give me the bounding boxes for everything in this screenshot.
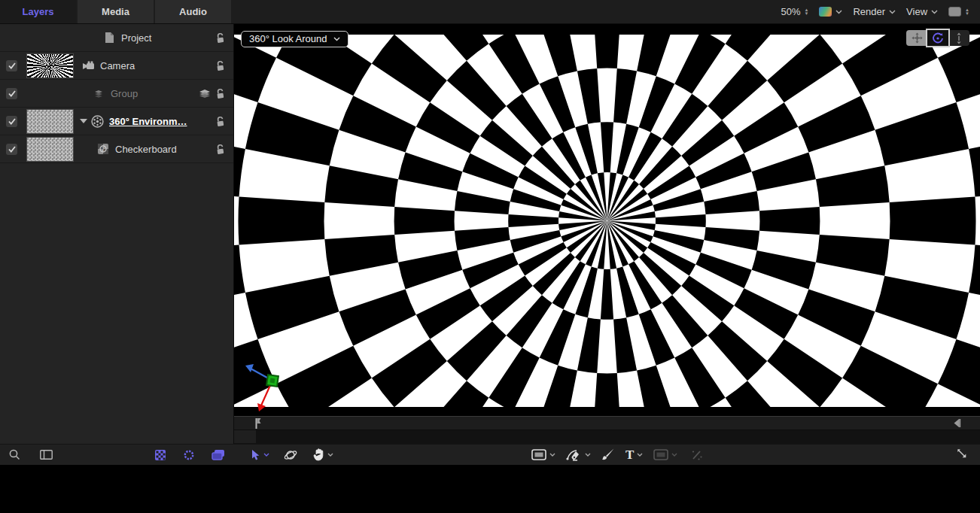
show-filters-gear-icon[interactable] [183, 449, 195, 461]
zoom-stepper-icon[interactable]: ▲▼ [805, 8, 809, 16]
display-mode-control[interactable]: ▲▼ [948, 7, 969, 17]
environment-thumbnail[interactable] [26, 109, 74, 134]
canvas-toolbar: T [234, 444, 980, 465]
playhead-marker[interactable] [252, 417, 261, 430]
view-menu-label: View [906, 6, 927, 17]
svg-text:2: 2 [102, 147, 105, 152]
visibility-checkbox[interactable] [6, 144, 17, 155]
unlock-icon[interactable] [215, 87, 227, 100]
render-menu[interactable]: Render [853, 6, 896, 17]
render-menu-label: Render [853, 6, 885, 17]
pan-hand-tool[interactable] [313, 448, 333, 461]
layer-name[interactable]: 360° Environm… [109, 116, 187, 127]
layers-panel-footer [0, 444, 234, 465]
timeline-track[interactable] [234, 417, 980, 430]
screen-letterbox [0, 465, 980, 513]
mask-rect-icon [653, 449, 668, 460]
chevron-down-icon [549, 453, 555, 457]
layer-name[interactable]: Checkerboard [115, 144, 177, 155]
look-around-label: 360° Look Around [249, 33, 327, 44]
move-arrows-icon [912, 32, 923, 44]
3d-axis-gizmo[interactable] [239, 359, 287, 416]
adjust-item-tool-disabled [691, 449, 703, 461]
layer-name[interactable]: Camera [100, 60, 135, 71]
document-icon [102, 32, 116, 44]
chevron-down-icon [671, 453, 677, 457]
list-layout-icon[interactable] [40, 450, 53, 460]
color-channels-control[interactable] [819, 7, 842, 17]
chevron-down-icon [835, 10, 842, 14]
layer-name[interactable]: Project [121, 32, 151, 44]
show-layers-stack-icon[interactable] [212, 449, 225, 460]
chevron-down-icon [585, 453, 591, 457]
z-axis-arrow [245, 364, 254, 372]
walk-mode-button[interactable] [948, 30, 969, 46]
rounded-rect-icon [531, 449, 546, 460]
visibility-checkbox[interactable] [6, 60, 17, 71]
bezier-pen-tool[interactable] [566, 449, 591, 461]
pan-mode-button[interactable] [906, 30, 927, 46]
search-icon[interactable] [9, 449, 20, 460]
unlock-icon[interactable] [215, 59, 227, 72]
zoom-level-value: 50% [781, 6, 800, 17]
unlock-icon[interactable] [215, 115, 227, 128]
tab-layers[interactable]: Layers [0, 0, 76, 23]
text-tool[interactable]: T [625, 448, 643, 463]
unlock-icon[interactable] [215, 143, 227, 156]
orbit-mode-button-selected[interactable] [927, 30, 948, 46]
chevron-down-icon [637, 453, 643, 457]
mini-timeline[interactable] [234, 416, 980, 444]
view-menu[interactable]: View [906, 6, 938, 17]
checkerboard-generator-icon: 2 [96, 143, 110, 155]
camera-thumbnail[interactable] [26, 53, 74, 78]
color-channels-icon [819, 7, 832, 17]
brush-icon [601, 448, 615, 461]
rectangle-shape-tool[interactable] [531, 449, 555, 460]
visibility-checkbox[interactable] [6, 116, 17, 127]
layer-name[interactable]: Group [111, 88, 138, 99]
tab-media[interactable]: Media [78, 0, 154, 23]
display-mode-stepper-icon[interactable]: ▲▼ [965, 8, 969, 16]
hand-icon [313, 448, 324, 461]
360-environment-canvas[interactable] [234, 35, 980, 407]
panel-tabs: Layers Media Audio [0, 0, 233, 23]
look-around-mode-segmented-control [906, 30, 969, 46]
layer-row-checkerboard[interactable]: 2 Checkerboard [0, 135, 233, 163]
layer-row-project[interactable]: Project [0, 24, 233, 52]
end-of-project-marker[interactable] [953, 418, 962, 428]
vertical-dolly-icon [955, 32, 963, 44]
pen-icon [566, 449, 582, 461]
chevron-down-icon [931, 10, 938, 14]
pointer-arrow-icon [251, 449, 260, 461]
text-tool-glyph: T [625, 448, 634, 463]
show-generators-checkerboard-icon[interactable] [154, 449, 166, 461]
sphere-360-icon [90, 115, 104, 128]
visibility-checkbox[interactable] [6, 88, 17, 99]
display-mode-icon [948, 7, 961, 17]
timeline-range-handle[interactable] [234, 430, 256, 443]
diagonal-resize-icon [956, 448, 968, 460]
orbit-rotate-icon [932, 32, 944, 44]
timeline-expand-control[interactable] [956, 448, 968, 463]
paint-stroke-tool[interactable] [601, 448, 615, 461]
disclosure-triangle-icon[interactable] [80, 119, 87, 123]
mask-tool-disabled [653, 449, 677, 460]
select-transform-tool[interactable] [251, 449, 269, 461]
layer-stack-icon[interactable] [199, 89, 211, 98]
magic-wand-icon [691, 449, 703, 461]
unlock-icon[interactable] [215, 32, 227, 44]
layer-row-group[interactable]: Group [0, 80, 233, 108]
look-around-dropdown[interactable]: 360° Look Around [241, 31, 348, 47]
layer-row-camera[interactable]: Camera [0, 52, 233, 80]
timeline-range-strip[interactable] [234, 430, 980, 443]
layers-panel: Project Camera [0, 24, 234, 444]
chevron-down-icon [889, 10, 896, 14]
3d-transform-tool[interactable] [283, 448, 298, 462]
checkerboard-thumbnail[interactable] [26, 137, 74, 162]
camera-icon [81, 61, 95, 70]
layer-row-360-environment[interactable]: 360° Environm… [0, 108, 233, 135]
tab-audio[interactable]: Audio [155, 0, 231, 23]
chevron-down-icon [333, 37, 340, 41]
canvas-viewport[interactable]: 360° Look Around [234, 24, 980, 416]
zoom-level-control[interactable]: 50% ▲▼ [781, 6, 808, 17]
